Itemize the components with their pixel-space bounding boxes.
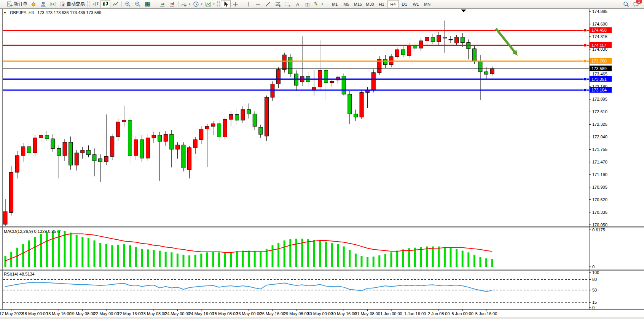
candle-body: [478, 61, 482, 72]
line-edit-handle[interactable]: [584, 89, 587, 91]
macd-histogram-bar: [254, 251, 256, 267]
vertical-line-tool-button[interactable]: [243, 0, 253, 8]
fibonacci-tool-button[interactable]: E: [273, 0, 283, 8]
candle-body: [152, 135, 156, 138]
candle-body: [443, 37, 446, 38]
price-tick-label: 174.600: [592, 22, 607, 26]
trendline-tool-button[interactable]: [263, 0, 273, 8]
signals-button[interactable]: [48, 0, 58, 8]
macd-histogram-bar: [349, 250, 351, 267]
periods-button[interactable]: ▼: [192, 0, 204, 8]
chart-window[interactable]: 174.885174.600174.315174.030173.465173.1…: [0, 8, 644, 317]
price-tick-label: 174.315: [592, 34, 607, 39]
time-axis-label: 29 May 08:00: [284, 311, 309, 316]
notifications-button[interactable]: 1: [631, 0, 641, 8]
macd-histogram-bar: [426, 247, 428, 267]
new-order-icon: [6, 1, 13, 7]
cursor-tool-button[interactable]: [221, 0, 231, 8]
macd-histogram-bar: [284, 240, 285, 267]
auto-scroll-button[interactable]: [157, 0, 167, 8]
timeframe-m1-button[interactable]: M1: [329, 0, 341, 8]
macd-histogram-bar: [212, 252, 214, 267]
timeframe-h4-button[interactable]: H4: [387, 0, 399, 8]
crosshair-icon: [233, 1, 239, 7]
text-label-tool-button[interactable]: T: [303, 0, 312, 8]
candle-body: [182, 145, 185, 168]
macd-histogram-bar: [123, 244, 125, 267]
candle-body: [86, 150, 90, 155]
macd-tick-label: 0.6175: [592, 228, 605, 232]
crosshair-tool-button[interactable]: [231, 0, 241, 8]
gold-tool-button[interactable]: [29, 0, 38, 8]
autotrading-icon: [59, 1, 65, 7]
zoom-in-button[interactable]: [123, 0, 133, 8]
macd-histogram-bar: [295, 239, 297, 267]
candle-body: [81, 150, 84, 153]
macd-histogram-bar: [319, 240, 321, 267]
line-edit-handle[interactable]: [584, 78, 587, 80]
cursor-icon: [223, 1, 229, 7]
gold-tool-icon: [30, 1, 37, 7]
time-axis-label: 22 May 16:00: [117, 311, 143, 316]
text-tool-button[interactable]: A: [293, 0, 303, 8]
candle-body: [3, 212, 7, 224]
macd-histogram-bar: [34, 237, 36, 267]
rsi-tick-label: 15: [592, 300, 597, 305]
candlestick-chart-button[interactable]: [100, 0, 110, 8]
fibonacci-icon: E: [275, 1, 281, 7]
chart-canvas[interactable]: 174.885174.600174.315174.030173.465173.1…: [0, 8, 644, 317]
macd-histogram-bar: [355, 253, 357, 267]
price-tick-label: 171.755: [592, 147, 607, 152]
new-order-label: 新订单: [14, 1, 27, 7]
candle-body: [33, 138, 37, 153]
line-edit-handle[interactable]: [584, 29, 587, 32]
macd-histogram-bar: [373, 256, 375, 267]
candle-body: [15, 155, 19, 172]
horizontal-line-tool-button[interactable]: [253, 0, 263, 8]
macd-histogram-bar: [432, 247, 434, 267]
candle-body: [92, 155, 96, 161]
search-button[interactable]: [621, 0, 631, 8]
candle-body: [360, 92, 363, 117]
bar-chart-button[interactable]: [91, 0, 100, 8]
toolbar-grip: [154, 1, 156, 7]
fibonacci-fan-tool-button[interactable]: F: [283, 0, 293, 8]
macd-histogram-bar: [94, 240, 96, 267]
indicators-button[interactable]: ▼: [180, 0, 192, 8]
timeframe-m15-button[interactable]: M15: [352, 0, 364, 8]
macd-histogram-bar: [325, 242, 327, 267]
candle-body: [175, 145, 179, 149]
timeframe-h1-button[interactable]: H1: [376, 0, 387, 8]
new-order-button[interactable]: 新订单: [5, 0, 29, 8]
tile-windows-button[interactable]: [143, 0, 153, 8]
timeframe-d1-button[interactable]: D1: [399, 0, 410, 8]
line-edit-handle[interactable]: [584, 44, 587, 46]
candle-body: [110, 136, 114, 156]
macd-histogram-bar: [141, 249, 143, 267]
arrows-tool-button[interactable]: ▼: [312, 0, 325, 8]
candle-body: [431, 37, 435, 42]
candle-body: [21, 147, 25, 155]
editor-tool-button[interactable]: [38, 0, 48, 8]
macd-histogram-bar: [58, 230, 60, 267]
autotrading-button[interactable]: 自动交易: [58, 0, 86, 8]
macd-histogram-bar: [277, 243, 279, 267]
timeframe-m30-button[interactable]: M30: [364, 0, 376, 8]
timeframe-w1-button[interactable]: W1: [410, 0, 422, 8]
templates-button[interactable]: ▼: [204, 0, 216, 8]
tile-windows-icon: [145, 1, 151, 7]
macd-histogram-bar: [64, 231, 66, 267]
chart-shift-button[interactable]: [167, 0, 177, 8]
time-axis-label: 18 May 00:00: [22, 311, 48, 316]
svg-text:E: E: [279, 5, 281, 7]
candle-body: [259, 127, 263, 135]
line-chart-button[interactable]: [110, 0, 120, 8]
rsi-tick-label: 0: [592, 305, 595, 310]
line-edit-handle[interactable]: [584, 60, 587, 63]
timeframe-m5-button[interactable]: M5: [341, 0, 352, 8]
macd-histogram-bar: [491, 259, 493, 267]
timeframe-mn-button[interactable]: MN: [422, 0, 433, 8]
macd-histogram-bar: [378, 255, 380, 267]
zoom-out-button[interactable]: [133, 0, 143, 8]
macd-histogram-bar: [224, 252, 226, 267]
